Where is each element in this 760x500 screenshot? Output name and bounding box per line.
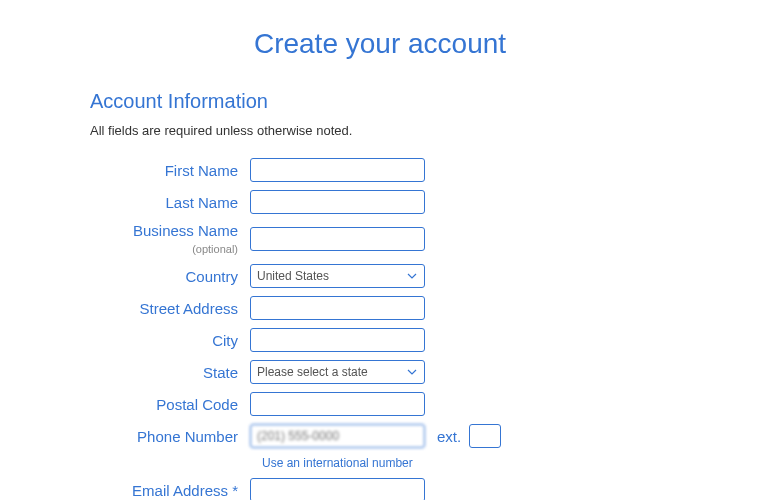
label-first-name: First Name — [90, 162, 250, 179]
label-email: Email Address * — [90, 482, 250, 499]
business-name-field[interactable] — [250, 227, 425, 251]
city-field[interactable] — [250, 328, 425, 352]
first-name-field[interactable] — [250, 158, 425, 182]
last-name-field[interactable] — [250, 190, 425, 214]
state-select[interactable]: Please select a state — [250, 360, 425, 384]
intl-number-link[interactable]: Use an international number — [262, 456, 720, 470]
phone-field[interactable] — [250, 424, 425, 448]
business-name-text: Business Name — [133, 222, 238, 239]
label-postal: Postal Code — [90, 396, 250, 413]
label-country: Country — [90, 268, 250, 285]
postal-field[interactable] — [250, 392, 425, 416]
email-field[interactable] — [250, 478, 425, 500]
optional-text: (optional) — [192, 243, 238, 255]
section-title: Account Information — [90, 90, 720, 113]
label-business-name: Business Name (optional) — [90, 222, 250, 256]
page-title: Create your account — [40, 28, 720, 60]
street-field[interactable] — [250, 296, 425, 320]
label-street: Street Address — [90, 300, 250, 317]
label-ext: ext. — [437, 428, 461, 445]
country-select[interactable]: United States — [250, 264, 425, 288]
label-city: City — [90, 332, 250, 349]
label-phone: Phone Number — [90, 428, 250, 445]
label-state: State — [90, 364, 250, 381]
label-last-name: Last Name — [90, 194, 250, 211]
required-note: All fields are required unless otherwise… — [90, 123, 720, 138]
ext-field[interactable] — [469, 424, 501, 448]
